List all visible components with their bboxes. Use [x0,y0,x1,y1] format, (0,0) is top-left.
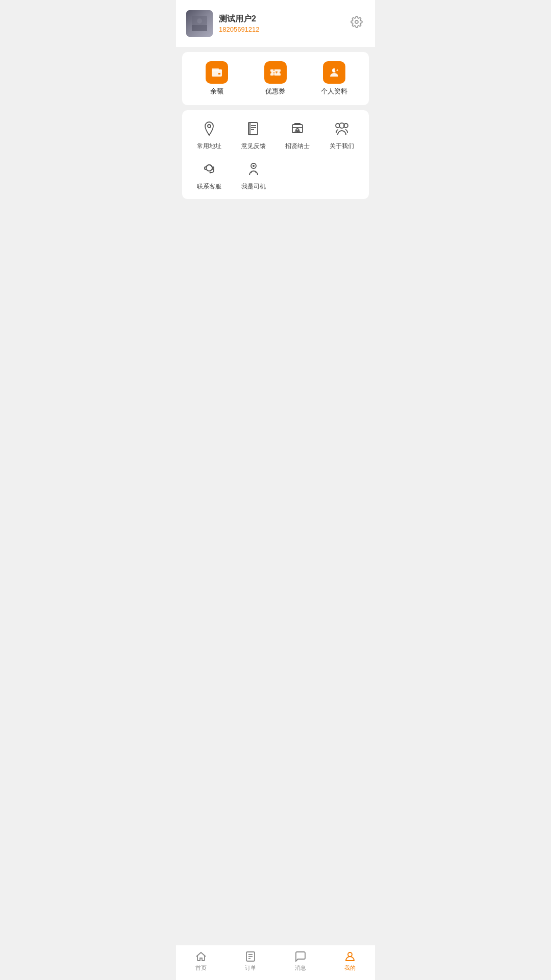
nav-order-label: 订单 [245,964,256,972]
svg-point-30 [253,165,255,167]
balance-label: 余额 [210,87,223,96]
user-phone: 18205691212 [219,26,260,33]
nav-message-label: 消息 [295,964,306,972]
nav-item-order[interactable]: 订单 [226,950,276,972]
avatar[interactable] [186,10,213,37]
profile-label: 个人资料 [321,87,347,96]
recruit-label: 招贤纳士 [285,142,310,151]
menu-item-recruit[interactable]: 招贤纳士 [276,118,320,151]
settings-icon[interactable] [348,14,365,33]
bottom-nav: 首页 订单 消息 我的 [176,945,375,980]
quick-action-profile[interactable]: + 个人资料 [305,61,364,96]
svg-rect-26 [205,167,206,169]
menu-item-service[interactable]: 联系客服 [187,159,232,191]
quick-action-coupon[interactable]: ¥ 优惠券 [246,61,305,96]
svg-text:¥: ¥ [276,70,278,75]
nav-item-home[interactable]: 首页 [176,950,226,972]
nav-item-message[interactable]: 消息 [276,950,325,972]
book-icon [243,118,264,139]
quick-actions-section: 余额 ¥ 优惠券 + 个人资料 [182,52,369,105]
location-icon [199,118,219,139]
address-label: 常用地址 [197,142,221,151]
user-details: 测试用户2 18205691212 [219,14,260,33]
username: 测试用户2 [219,14,260,24]
menu-item-about[interactable]: 关于我们 [320,118,364,151]
svg-rect-1 [192,25,207,31]
menu-item-feedback[interactable]: 意见反馈 [232,118,276,151]
coupon-icon-wrap: ¥ [264,61,287,84]
about-icon [332,118,352,139]
svg-rect-13 [249,122,258,135]
service-icon [199,159,219,179]
driver-icon [243,159,264,179]
svg-rect-27 [212,167,214,169]
user-info-section: 测试用户2 18205691212 [186,10,260,37]
menu-item-address[interactable]: 常用地址 [187,118,232,151]
svg-point-12 [208,125,211,128]
svg-point-2 [197,18,202,23]
svg-rect-6 [212,68,219,70]
svg-text:+: + [336,68,339,72]
coupon-label: 优惠券 [265,87,285,96]
service-label: 联系客服 [197,182,221,191]
svg-point-28 [210,172,211,174]
nav-mine-label: 我的 [344,964,356,972]
driver-label: 我是司机 [241,182,266,191]
nav-item-mine[interactable]: 我的 [325,950,375,972]
quick-action-balance[interactable]: 余额 [187,61,246,96]
menu-item-driver[interactable]: 我是司机 [232,159,276,191]
menu-grid-section: 常用地址 意见反馈 招贤纳士 [182,110,369,199]
nav-home-label: 首页 [195,964,207,972]
header: 测试用户2 18205691212 [176,0,375,47]
feedback-label: 意见反馈 [241,142,266,151]
recruit-icon [287,118,308,139]
wallet-icon-wrap [206,61,228,84]
svg-point-3 [355,20,358,23]
svg-point-35 [348,952,352,957]
profile-icon-wrap: + [323,61,345,84]
about-label: 关于我们 [330,142,354,151]
